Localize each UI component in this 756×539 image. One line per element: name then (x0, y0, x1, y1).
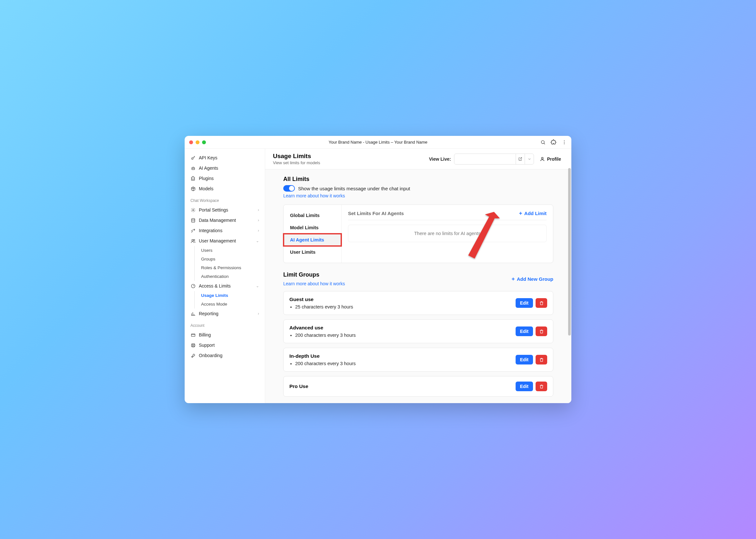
trash-icon (539, 301, 544, 306)
chevron-right-icon: › (258, 208, 259, 212)
sidebar-item-ai-agents[interactable]: AI Agents (187, 163, 262, 173)
sidebar-item-onboarding[interactable]: Onboarding (187, 350, 262, 361)
key-icon (190, 155, 196, 160)
bar-icon (190, 311, 196, 316)
content-scroll[interactable]: All Limits Show the usage limits message… (265, 169, 571, 403)
edit-group-button[interactable]: Edit (516, 298, 533, 308)
extension-icon[interactable] (551, 139, 556, 145)
close-window[interactable] (189, 140, 193, 144)
svg-point-0 (541, 140, 544, 143)
limit-groups-title: Limit Groups (283, 271, 345, 278)
window-title: Your Brand Name - Usage Limits – Your Br… (329, 140, 427, 145)
gear-icon (190, 207, 196, 212)
toggle-label: Show the usage limits message under the … (298, 186, 410, 191)
minimize-window[interactable] (196, 140, 200, 144)
sidebar-item-api-keys[interactable]: API Keys (187, 153, 262, 163)
limit-group-card: Guest use 25 characters every 3 hours Ed… (283, 291, 553, 315)
sidebar-item-portal-settings[interactable]: Portal Settings› (187, 205, 262, 215)
limits-body: Set Limits For AI Agents Add Limit There… (341, 205, 553, 263)
limits-tab-global-limits[interactable]: Global Limits (284, 209, 341, 221)
view-live-label: View Live: (429, 156, 451, 162)
limits-tab-model-limits[interactable]: Model Limits (284, 221, 341, 234)
add-new-group-button[interactable]: Add New Group (511, 276, 553, 282)
sidebar-item-access-limits[interactable]: Access & Limits⌄ (187, 281, 262, 291)
main-area: Usage Limits View set limits for models … (265, 149, 571, 403)
chevron-down-icon: ⌄ (256, 284, 259, 288)
svg-rect-19 (191, 334, 195, 336)
search-icon[interactable] (540, 139, 545, 145)
profile-button[interactable]: Profile (537, 155, 564, 163)
sidebar-item-billing[interactable]: Billing (187, 330, 262, 340)
edit-group-button[interactable]: Edit (516, 327, 533, 336)
limits-card: Global LimitsModel LimitsAI Agent Limits… (283, 204, 553, 263)
trash-icon (539, 329, 544, 334)
delete-group-button[interactable] (535, 327, 547, 336)
svg-point-3 (564, 142, 564, 142)
sidebar-item-support[interactable]: Support (187, 340, 262, 350)
db-icon (190, 218, 196, 223)
learn-more-link[interactable]: Learn more about how it works (283, 193, 345, 198)
sidebar-subitem-authentication[interactable]: Authentication (198, 272, 262, 281)
all-limits-title: All Limits (283, 176, 553, 183)
sidebar-subitem-users[interactable]: Users (198, 246, 262, 255)
chevron-down-icon[interactable] (524, 154, 534, 164)
group-name: In-depth Use (289, 353, 356, 359)
show-message-toggle[interactable] (283, 185, 295, 192)
svg-line-1 (544, 143, 545, 144)
app-window: Your Brand Name - Usage Limits – Your Br… (185, 136, 571, 403)
delete-group-button[interactable] (535, 355, 547, 364)
open-external-icon[interactable] (516, 154, 524, 164)
view-live-select[interactable] (454, 154, 534, 165)
limits-tab-ai-agent-limits[interactable]: AI Agent Limits (284, 234, 341, 246)
sidebar-item-reporting[interactable]: Reporting› (187, 308, 262, 319)
tools-icon (190, 228, 196, 233)
svg-point-12 (192, 239, 193, 241)
svg-point-11 (191, 218, 195, 220)
card-icon (190, 332, 196, 338)
chevron-down-icon: ⌄ (256, 239, 259, 243)
edit-group-button[interactable]: Edit (516, 355, 533, 364)
sidebar-item-models[interactable]: Models (187, 184, 262, 194)
page-subtitle: View set limits for models (273, 160, 320, 165)
learn-more-groups-link[interactable]: Learn more about how it works (283, 281, 345, 286)
svg-point-8 (193, 168, 194, 168)
sidebar-subitem-access-mode[interactable]: Access Mode (198, 300, 262, 308)
trash-icon (539, 357, 544, 362)
sidebar-subitem-groups[interactable]: Groups (198, 255, 262, 264)
gauge-icon (190, 283, 196, 288)
sidebar-item-integrations[interactable]: Integrations› (187, 225, 262, 236)
add-limit-button[interactable]: Add Limit (518, 210, 546, 216)
maximize-window[interactable] (202, 140, 206, 144)
group-name: Pro Use (289, 383, 308, 389)
limits-panel-title: Set Limits For AI Agents (348, 210, 404, 216)
scrollbar[interactable] (568, 168, 571, 400)
group-rule: 200 characters every 3 hours (295, 333, 356, 338)
limit-group-card: Advanced use 200 characters every 3 hour… (283, 319, 553, 343)
rocket-icon (190, 353, 196, 358)
sidebar-subitem-usage-limits[interactable]: Usage Limits (198, 291, 262, 300)
svg-point-10 (192, 209, 194, 210)
sidebar-section-label: Chat Workspace (187, 194, 262, 205)
sidebar-subitem-roles-permissions[interactable]: Roles & Permissions (198, 264, 262, 272)
plus-icon (511, 276, 516, 281)
group-name: Advanced use (289, 325, 356, 331)
limits-tabs: Global LimitsModel LimitsAI Agent Limits… (284, 205, 341, 263)
sidebar-item-user-management[interactable]: User Management⌄ (187, 236, 262, 246)
scrollbar-thumb[interactable] (568, 168, 571, 336)
svg-point-7 (192, 168, 193, 168)
page-title: Usage Limits (273, 153, 320, 160)
puzzle-icon (190, 176, 196, 181)
sidebar-item-data-management[interactable]: Data Management› (187, 215, 262, 225)
more-icon[interactable] (561, 139, 567, 145)
svg-point-4 (564, 143, 564, 144)
group-rule: 200 characters every 3 hours (295, 361, 356, 366)
limits-tab-user-limits[interactable]: User Limits (284, 246, 341, 258)
delete-group-button[interactable] (535, 298, 547, 308)
edit-group-button[interactable]: Edit (516, 382, 533, 391)
limit-group-card: In-depth Use 200 characters every 3 hour… (283, 348, 553, 372)
delete-group-button[interactable] (535, 382, 547, 391)
sidebar-item-plugins[interactable]: Plugins (187, 173, 262, 184)
limit-group-card: Pro Use Edit (283, 376, 553, 397)
page-header: Usage Limits View set limits for models … (265, 149, 571, 169)
chevron-right-icon: › (258, 228, 259, 233)
